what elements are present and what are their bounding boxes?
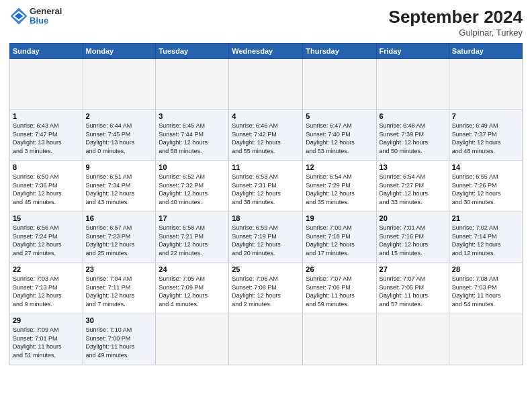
month-title: September 2024 (389, 7, 523, 28)
table-row (10, 59, 83, 110)
table-row: 22Sunrise: 7:03 AM Sunset: 7:13 PM Dayli… (10, 263, 83, 314)
day-info: Sunrise: 6:50 AM Sunset: 7:36 PM Dayligh… (13, 173, 80, 206)
col-wednesday: Wednesday (229, 44, 303, 59)
day-number: 10 (159, 163, 226, 171)
day-info: Sunrise: 7:00 AM Sunset: 7:18 PM Dayligh… (306, 224, 373, 257)
table-row: 18Sunrise: 6:59 AM Sunset: 7:19 PM Dayli… (229, 212, 303, 263)
table-row: 3Sunrise: 6:45 AM Sunset: 7:44 PM Daylig… (156, 110, 229, 161)
day-number: 30 (86, 316, 153, 324)
logo: General Blue (9, 7, 62, 26)
calendar-header-row: Sunday Monday Tuesday Wednesday Thursday… (10, 44, 523, 59)
calendar-week-row (10, 59, 523, 110)
day-info: Sunrise: 7:08 AM Sunset: 7:03 PM Dayligh… (452, 275, 519, 308)
day-info: Sunrise: 6:55 AM Sunset: 7:26 PM Dayligh… (452, 173, 519, 206)
col-friday: Friday (376, 44, 449, 59)
day-number: 27 (380, 265, 446, 273)
table-row (83, 59, 156, 110)
calendar-week-row: 29Sunrise: 7:09 AM Sunset: 7:01 PM Dayli… (10, 314, 523, 365)
location: Gulpinar, Turkey (389, 28, 523, 38)
logo-icon (9, 7, 28, 26)
day-number: 5 (306, 112, 373, 120)
day-number: 19 (306, 214, 373, 222)
table-row (156, 314, 229, 365)
day-number: 18 (232, 214, 300, 222)
col-saturday: Saturday (449, 44, 522, 59)
day-info: Sunrise: 6:45 AM Sunset: 7:44 PM Dayligh… (159, 122, 226, 155)
day-info: Sunrise: 7:09 AM Sunset: 7:01 PM Dayligh… (13, 326, 80, 359)
day-number: 12 (306, 163, 373, 171)
day-number: 28 (452, 265, 519, 273)
table-row: 21Sunrise: 7:02 AM Sunset: 7:14 PM Dayli… (449, 212, 522, 263)
col-thursday: Thursday (303, 44, 376, 59)
table-row: 27Sunrise: 7:07 AM Sunset: 7:05 PM Dayli… (376, 263, 449, 314)
calendar-week-row: 15Sunrise: 6:56 AM Sunset: 7:24 PM Dayli… (10, 212, 523, 263)
day-number: 22 (13, 265, 80, 273)
logo-blue-text: Blue (30, 16, 62, 26)
day-number: 2 (86, 112, 153, 120)
table-row (229, 314, 303, 365)
day-info: Sunrise: 7:01 AM Sunset: 7:16 PM Dayligh… (380, 224, 446, 257)
table-row: 1Sunrise: 6:43 AM Sunset: 7:47 PM Daylig… (10, 110, 83, 161)
calendar-week-row: 22Sunrise: 7:03 AM Sunset: 7:13 PM Dayli… (10, 263, 523, 314)
day-info: Sunrise: 7:02 AM Sunset: 7:14 PM Dayligh… (452, 224, 519, 257)
table-row: 14Sunrise: 6:55 AM Sunset: 7:26 PM Dayli… (449, 161, 522, 212)
table-row: 23Sunrise: 7:04 AM Sunset: 7:11 PM Dayli… (83, 263, 156, 314)
table-row: 4Sunrise: 6:46 AM Sunset: 7:42 PM Daylig… (229, 110, 303, 161)
table-row: 30Sunrise: 7:10 AM Sunset: 7:00 PM Dayli… (83, 314, 156, 365)
day-number: 13 (380, 163, 446, 171)
table-row: 29Sunrise: 7:09 AM Sunset: 7:01 PM Dayli… (10, 314, 83, 365)
col-sunday: Sunday (10, 44, 83, 59)
day-number: 16 (86, 214, 153, 222)
day-info: Sunrise: 6:46 AM Sunset: 7:42 PM Dayligh… (232, 122, 300, 155)
table-row (449, 314, 522, 365)
day-number: 4 (232, 112, 300, 120)
calendar-week-row: 1Sunrise: 6:43 AM Sunset: 7:47 PM Daylig… (10, 110, 523, 161)
calendar-week-row: 8Sunrise: 6:50 AM Sunset: 7:36 PM Daylig… (10, 161, 523, 212)
day-info: Sunrise: 7:04 AM Sunset: 7:11 PM Dayligh… (86, 275, 153, 308)
table-row (449, 59, 522, 110)
table-row: 26Sunrise: 7:07 AM Sunset: 7:06 PM Dayli… (303, 263, 376, 314)
day-number: 15 (13, 214, 80, 222)
day-number: 20 (380, 214, 446, 222)
day-number: 6 (380, 112, 446, 120)
table-row: 2Sunrise: 6:44 AM Sunset: 7:45 PM Daylig… (83, 110, 156, 161)
logo-general-text: General (30, 7, 62, 16)
table-row: 12Sunrise: 6:54 AM Sunset: 7:29 PM Dayli… (303, 161, 376, 212)
day-info: Sunrise: 6:59 AM Sunset: 7:19 PM Dayligh… (232, 224, 300, 257)
table-row: 13Sunrise: 6:54 AM Sunset: 7:27 PM Dayli… (376, 161, 449, 212)
table-row: 10Sunrise: 6:52 AM Sunset: 7:32 PM Dayli… (156, 161, 229, 212)
day-info: Sunrise: 6:53 AM Sunset: 7:31 PM Dayligh… (232, 173, 300, 206)
logo-text: General Blue (30, 7, 62, 26)
day-number: 14 (452, 163, 519, 171)
table-row: 24Sunrise: 7:05 AM Sunset: 7:09 PM Dayli… (156, 263, 229, 314)
table-row: 5Sunrise: 6:47 AM Sunset: 7:40 PM Daylig… (303, 110, 376, 161)
col-monday: Monday (83, 44, 156, 59)
table-row (229, 59, 303, 110)
table-row: 8Sunrise: 6:50 AM Sunset: 7:36 PM Daylig… (10, 161, 83, 212)
day-number: 1 (13, 112, 80, 120)
day-info: Sunrise: 6:43 AM Sunset: 7:47 PM Dayligh… (13, 122, 80, 155)
day-info: Sunrise: 7:07 AM Sunset: 7:06 PM Dayligh… (306, 275, 373, 308)
day-info: Sunrise: 6:47 AM Sunset: 7:40 PM Dayligh… (306, 122, 373, 155)
day-number: 25 (232, 265, 300, 273)
day-info: Sunrise: 6:54 AM Sunset: 7:29 PM Dayligh… (306, 173, 373, 206)
table-row: 7Sunrise: 6:49 AM Sunset: 7:37 PM Daylig… (449, 110, 522, 161)
day-number: 11 (232, 163, 300, 171)
title-block: September 2024 Gulpinar, Turkey (389, 7, 523, 38)
day-info: Sunrise: 7:05 AM Sunset: 7:09 PM Dayligh… (159, 275, 226, 308)
table-row: 20Sunrise: 7:01 AM Sunset: 7:16 PM Dayli… (376, 212, 449, 263)
table-row: 17Sunrise: 6:58 AM Sunset: 7:21 PM Dayli… (156, 212, 229, 263)
day-number: 9 (86, 163, 153, 171)
table-row: 15Sunrise: 6:56 AM Sunset: 7:24 PM Dayli… (10, 212, 83, 263)
table-row: 9Sunrise: 6:51 AM Sunset: 7:34 PM Daylig… (83, 161, 156, 212)
col-tuesday: Tuesday (156, 44, 229, 59)
day-info: Sunrise: 7:10 AM Sunset: 7:00 PM Dayligh… (86, 326, 153, 359)
day-number: 21 (452, 214, 519, 222)
table-row (376, 59, 449, 110)
day-info: Sunrise: 6:51 AM Sunset: 7:34 PM Dayligh… (86, 173, 153, 206)
day-info: Sunrise: 6:58 AM Sunset: 7:21 PM Dayligh… (159, 224, 226, 257)
table-row: 19Sunrise: 7:00 AM Sunset: 7:18 PM Dayli… (303, 212, 376, 263)
table-row: 6Sunrise: 6:48 AM Sunset: 7:39 PM Daylig… (376, 110, 449, 161)
day-number: 7 (452, 112, 519, 120)
table-row (376, 314, 449, 365)
